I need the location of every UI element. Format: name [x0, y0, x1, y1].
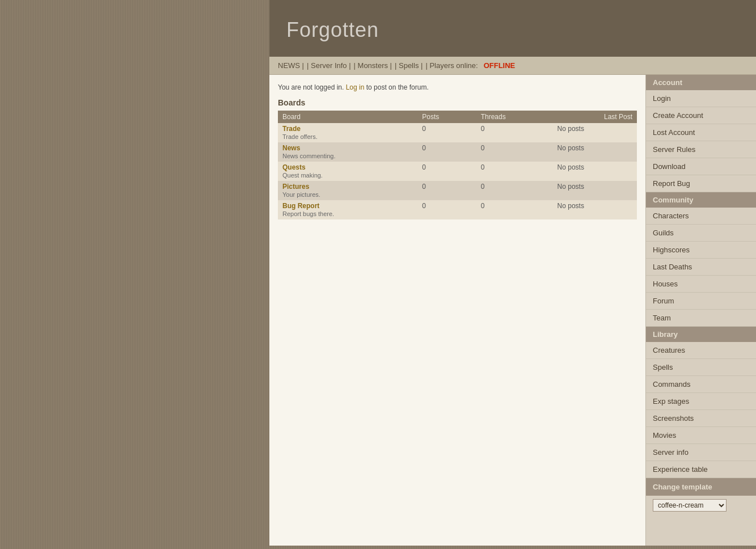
sidebar-item-commands[interactable]: Commands: [646, 376, 756, 393]
board-link[interactable]: Pictures: [282, 183, 413, 191]
sidebar-item-report-bug[interactable]: Report Bug: [646, 175, 756, 192]
lastpost-cell: No posts: [553, 142, 637, 162]
board-link[interactable]: Quests: [282, 163, 413, 171]
board-link[interactable]: News: [282, 144, 413, 152]
site-title: Forgotten: [286, 18, 379, 42]
sidebar-item-team[interactable]: Team: [646, 310, 756, 327]
nav-players[interactable]: | Players online:: [425, 61, 478, 70]
content-area: You are not logged in. Log in to post on…: [269, 75, 756, 546]
board-cell: Quests Quest making.: [278, 162, 417, 181]
col-threads: Threads: [476, 111, 553, 123]
sidebar-item-houses[interactable]: Houses: [646, 276, 756, 293]
template-select[interactable]: coffee-n-cream: [653, 499, 727, 512]
board-desc: Quest making.: [282, 172, 323, 179]
nav-monsters[interactable]: | Monsters |: [354, 61, 392, 70]
sidebar-item-characters[interactable]: Characters: [646, 208, 756, 225]
navigation-bar: NEWS | | Server Info | | Monsters | | Sp…: [269, 57, 756, 75]
table-row: Bug Report Report bugs there. 0 0 No pos…: [278, 200, 637, 219]
board-desc: Trade offers.: [282, 133, 318, 140]
sidebar-item-guilds[interactable]: Guilds: [646, 225, 756, 242]
board-cell: News News commenting.: [278, 142, 417, 162]
nav-serverinfo[interactable]: | Server Info |: [307, 61, 351, 70]
lastpost-cell: No posts: [553, 123, 637, 142]
lastpost-cell: No posts: [553, 162, 637, 181]
sidebar-item-download[interactable]: Download: [646, 158, 756, 175]
sidebar-item-highscores[interactable]: Highscores: [646, 242, 756, 259]
board-cell: Pictures Your pictures.: [278, 181, 417, 200]
table-row: Quests Quest making. 0 0 No posts: [278, 162, 637, 181]
change-template-header: Change template: [646, 478, 756, 496]
lastpost-cell: No posts: [553, 200, 637, 219]
posts-cell: 0: [417, 200, 476, 219]
lastpost-cell: No posts: [553, 181, 637, 200]
server-status: OFFLINE: [484, 61, 516, 70]
table-row: News News commenting. 0 0 No posts: [278, 142, 637, 162]
sidebar-item-experience-table[interactable]: Experience table: [646, 461, 756, 478]
sidebar-section-header: Library: [646, 327, 756, 342]
threads-cell: 0: [476, 181, 553, 200]
sidebar-item-last-deaths[interactable]: Last Deaths: [646, 259, 756, 276]
sidebar-section-header: Community: [646, 192, 756, 208]
sidebar: AccountLoginCreate AccountLost AccountSe…: [645, 75, 756, 546]
nav-spells[interactable]: | Spells |: [395, 61, 423, 70]
boards-table: Board Posts Threads Last Post Trade Trad…: [278, 111, 637, 219]
board-cell: Trade Trade offers.: [278, 123, 417, 142]
sidebar-item-create-account[interactable]: Create Account: [646, 107, 756, 124]
sidebar-section-header: Account: [646, 75, 756, 90]
posts-cell: 0: [417, 181, 476, 200]
table-row: Pictures Your pictures. 0 0 No posts: [278, 181, 637, 200]
sidebar-item-login[interactable]: Login: [646, 90, 756, 107]
template-select-row: coffee-n-cream: [646, 496, 756, 515]
sidebar-item-lost-account[interactable]: Lost Account: [646, 124, 756, 141]
sidebar-item-spells[interactable]: Spells: [646, 359, 756, 376]
posts-cell: 0: [417, 162, 476, 181]
sidebar-item-server-rules[interactable]: Server Rules: [646, 141, 756, 158]
nav-news[interactable]: NEWS |: [278, 61, 304, 70]
board-cell: Bug Report Report bugs there.: [278, 200, 417, 219]
board-link[interactable]: Bug Report: [282, 202, 413, 210]
sidebar-item-creatures[interactable]: Creatures: [646, 342, 756, 359]
posts-cell: 0: [417, 142, 476, 162]
sidebar-item-server-info[interactable]: Server info: [646, 444, 756, 461]
sidebar-item-screenshots[interactable]: Screenshots: [646, 410, 756, 427]
board-desc: Report bugs there.: [282, 210, 334, 217]
threads-cell: 0: [476, 162, 553, 181]
not-logged-text: You are not logged in.: [278, 83, 344, 91]
sidebar-item-forum[interactable]: Forum: [646, 293, 756, 310]
col-board: Board: [278, 111, 417, 123]
main-content: You are not logged in. Log in to post on…: [269, 75, 645, 546]
threads-cell: 0: [476, 200, 553, 219]
sidebar-item-movies[interactable]: Movies: [646, 427, 756, 444]
login-link[interactable]: Log in: [346, 83, 365, 91]
table-row: Trade Trade offers. 0 0 No posts: [278, 123, 637, 142]
board-desc: Your pictures.: [282, 191, 320, 198]
threads-cell: 0: [476, 123, 553, 142]
boards-heading: Boards: [278, 98, 637, 107]
col-posts: Posts: [417, 111, 476, 123]
post-text: to post on the forum.: [366, 83, 429, 91]
site-header: Forgotten: [269, 0, 756, 57]
threads-cell: 0: [476, 142, 553, 162]
board-link[interactable]: Trade: [282, 125, 413, 133]
posts-cell: 0: [417, 123, 476, 142]
not-logged-in-notice: You are not logged in. Log in to post on…: [278, 83, 637, 91]
sidebar-item-exp-stages[interactable]: Exp stages: [646, 393, 756, 410]
col-lastpost: Last Post: [553, 111, 637, 123]
board-desc: News commenting.: [282, 153, 336, 159]
